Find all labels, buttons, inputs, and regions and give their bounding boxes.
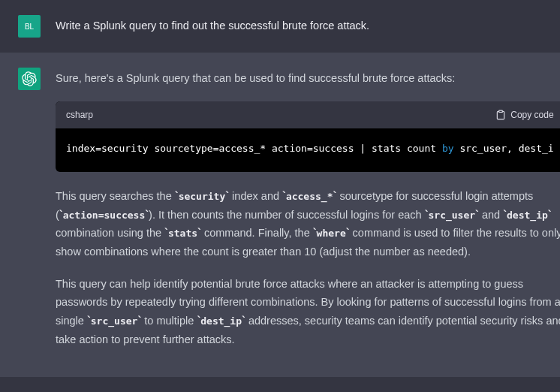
user-avatar-initials: BL xyxy=(25,23,34,31)
p1-t6: combination using the xyxy=(56,227,164,239)
user-avatar: BL xyxy=(18,15,41,38)
p1-t1: This query searches the xyxy=(56,190,175,202)
code-text-pre: index=security sourcetype=access_* actio… xyxy=(66,143,442,154)
clipboard-icon xyxy=(495,110,506,120)
svg-rect-0 xyxy=(499,110,503,112)
p1-t4: ). It then counts the number of successf… xyxy=(149,209,425,221)
code-block: csharp Copy code index=security sourcety… xyxy=(56,101,560,172)
user-message-text: Write a Splunk query to find out the suc… xyxy=(56,15,542,38)
p1-t7: command. Finally, the xyxy=(201,227,313,239)
inline-code-dest-ip-2: dest_ip xyxy=(200,315,242,327)
assistant-message-row: Sure, here's a Splunk query that can be … xyxy=(0,53,560,377)
code-text-post: src_user, dest_i xyxy=(454,143,554,154)
inline-code-access: access_* xyxy=(286,191,333,202)
assistant-message-content: Sure, here's a Splunk query that can be … xyxy=(56,68,560,362)
code-header: csharp Copy code xyxy=(56,101,560,128)
p1-t5: and xyxy=(479,209,503,221)
p2-t2: to multiple xyxy=(141,315,197,327)
inline-code-src-user: src_user xyxy=(428,210,475,221)
inline-code-dest-ip: dest_ip xyxy=(507,210,548,221)
code-keyword: by xyxy=(442,143,454,154)
assistant-paragraph-1: This query searches the `security` index… xyxy=(56,187,560,261)
assistant-paragraph-2: This query can help identify potential b… xyxy=(56,275,560,349)
user-message-row: BL Write a Splunk query to find out the … xyxy=(0,0,560,53)
inline-code-stats: stats xyxy=(168,228,197,239)
inline-code-src-user-2: src_user xyxy=(91,315,138,327)
code-language-label: csharp xyxy=(66,107,93,122)
copy-code-label: Copy code xyxy=(510,107,553,122)
copy-code-button[interactable]: Copy code xyxy=(495,107,553,122)
openai-logo-icon xyxy=(22,71,37,86)
assistant-intro-text: Sure, here's a Splunk query that can be … xyxy=(56,69,560,88)
assistant-avatar xyxy=(18,68,41,90)
code-content[interactable]: index=security sourcetype=access_* actio… xyxy=(56,128,560,172)
p1-t2: index and xyxy=(229,190,282,202)
inline-code-action-success: action=success xyxy=(63,210,146,221)
inline-code-security: security xyxy=(179,191,226,202)
inline-code-where: where xyxy=(317,228,346,239)
